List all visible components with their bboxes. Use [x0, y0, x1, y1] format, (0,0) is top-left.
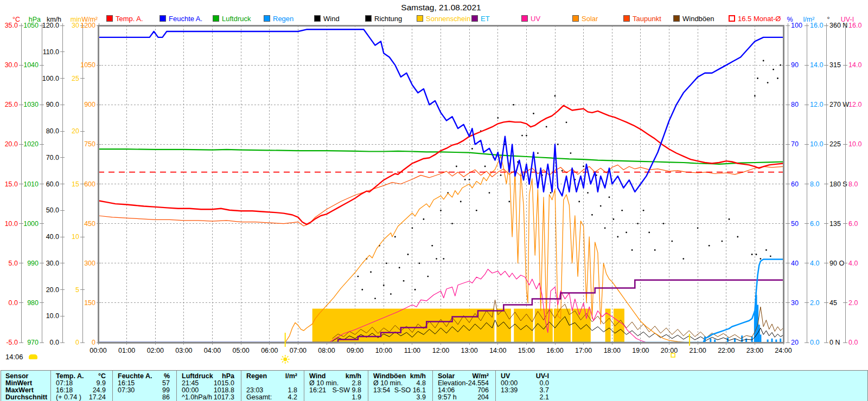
- svg-text:09:00: 09:00: [347, 347, 363, 354]
- sunrise-sun-icon: [283, 358, 287, 361]
- svg-text:12.0: 12.0: [810, 101, 823, 108]
- svg-text:40: 40: [791, 260, 799, 267]
- svg-text:70.0: 70.0: [46, 154, 59, 161]
- svg-text:11:00: 11:00: [404, 347, 420, 354]
- table-cell: 3.7: [484, 386, 549, 394]
- svg-text:14:00: 14:00: [489, 347, 506, 354]
- svg-text:50: 50: [791, 220, 799, 228]
- svg-text:60.0: 60.0: [46, 180, 59, 188]
- svg-text:°: °: [827, 16, 830, 23]
- svg-text:20.0: 20.0: [46, 286, 59, 294]
- table-cell: 4.2: [232, 393, 297, 401]
- svg-text:04:00: 04:00: [204, 347, 221, 354]
- svg-text:80: 80: [791, 101, 799, 108]
- svg-text:600: 600: [84, 180, 95, 188]
- svg-text:225: 225: [829, 140, 841, 148]
- svg-text:30: 30: [791, 299, 799, 307]
- axis-l-m: 16.014.012.010.08.06.04.02.00.0l/m²: [803, 16, 824, 346]
- svg-text:%: %: [787, 16, 793, 23]
- svg-text:4.0: 4.0: [848, 260, 858, 267]
- svg-text:1010: 1010: [23, 180, 39, 188]
- solar-max-time: 14:06: [5, 353, 23, 361]
- svg-text:2.0: 2.0: [810, 299, 819, 307]
- sunshine-block: [312, 309, 495, 342]
- svg-text:km/h: km/h: [47, 16, 61, 23]
- svg-text:315: 315: [829, 61, 841, 69]
- table-cell: 1.9: [296, 393, 361, 401]
- svg-text:80.0: 80.0: [46, 127, 59, 135]
- svg-text:0.0: 0.0: [9, 299, 18, 307]
- table-cell: 1017.3: [169, 393, 234, 401]
- svg-text:10.0: 10.0: [46, 312, 59, 320]
- svg-text:°C: °C: [12, 16, 20, 23]
- svg-text:990: 990: [27, 260, 39, 267]
- series-rain-bars: [760, 334, 761, 342]
- svg-text:24:00: 24:00: [775, 347, 792, 354]
- table-cell: l/m²: [254, 372, 297, 380]
- solar-max-time-note: 14:06: [5, 353, 37, 361]
- sun-cloud-icon: [29, 354, 37, 359]
- table-cell: 706: [424, 386, 489, 394]
- svg-text:110.0: 110.0: [43, 48, 59, 56]
- svg-text:2.0: 2.0: [848, 299, 858, 307]
- svg-text:08:00: 08:00: [318, 347, 335, 354]
- svg-text:90 O: 90 O: [829, 260, 844, 267]
- axis-time: 00:0001:0002:0003:0004:0005:0006:0007:00…: [90, 342, 792, 354]
- svg-text:15: 15: [72, 180, 79, 188]
- table-cell: 204: [424, 393, 489, 401]
- svg-text:05:00: 05:00: [232, 347, 249, 354]
- svg-text:4.0: 4.0: [810, 260, 819, 267]
- svg-text:90: 90: [791, 61, 799, 69]
- svg-text:l/m²: l/m²: [803, 16, 815, 23]
- svg-text:1050: 1050: [80, 61, 95, 69]
- svg-text:50.0: 50.0: [46, 206, 59, 214]
- svg-text:13:00: 13:00: [461, 347, 477, 354]
- svg-text:06:00: 06:00: [261, 347, 278, 354]
- axis-km-h: 120.0110.0100.090.080.070.060.050.040.03…: [42, 16, 65, 346]
- table-cell: 9.9: [41, 379, 106, 387]
- svg-text:hPa: hPa: [29, 16, 41, 23]
- svg-text:10:00: 10:00: [375, 347, 392, 354]
- table-cell: 1015.0: [169, 379, 234, 387]
- svg-text:10.0: 10.0: [5, 220, 18, 228]
- svg-text:UV-I: UV-I: [841, 16, 854, 23]
- svg-text:40.0: 40.0: [46, 233, 59, 241]
- table-cell: 24.9: [41, 386, 106, 394]
- table-cell: 57: [105, 379, 170, 387]
- table-cell: km/h: [382, 372, 426, 380]
- svg-text:W/m²: W/m²: [81, 16, 98, 23]
- svg-text:0 N: 0 N: [829, 339, 840, 346]
- table-cell: 17.24: [41, 393, 106, 401]
- svg-text:5.0: 5.0: [9, 260, 18, 267]
- svg-text:14.0: 14.0: [848, 61, 861, 69]
- svg-text:8.0: 8.0: [848, 180, 858, 188]
- svg-text:1030: 1030: [23, 101, 39, 108]
- svg-text:14.0: 14.0: [810, 61, 823, 69]
- svg-text:1040: 1040: [23, 61, 39, 69]
- series-rain-bars: [741, 335, 743, 342]
- svg-text:16:00: 16:00: [546, 347, 563, 354]
- svg-text:25.0: 25.0: [5, 101, 18, 108]
- svg-text:10.0: 10.0: [848, 140, 861, 148]
- table-cell: 0.0: [484, 379, 549, 387]
- svg-text:300: 300: [84, 260, 95, 267]
- svg-text:00:00: 00:00: [90, 347, 106, 354]
- table-cell: UV-I: [506, 372, 549, 380]
- table-cell: 2.8: [296, 379, 361, 387]
- svg-text:07:00: 07:00: [290, 347, 307, 354]
- table-cell: S-SW 9.8: [296, 386, 361, 394]
- svg-text:0.0: 0.0: [848, 339, 858, 346]
- svg-text:17:00: 17:00: [575, 347, 592, 354]
- svg-text:-5.0: -5.0: [6, 339, 18, 346]
- svg-text:90.0: 90.0: [46, 101, 59, 108]
- svg-text:19:00: 19:00: [632, 347, 649, 354]
- svg-text:980: 980: [27, 299, 39, 307]
- svg-text:135: 135: [829, 220, 841, 228]
- svg-text:22:00: 22:00: [718, 347, 735, 354]
- table-cell: 3.9: [361, 393, 426, 401]
- table-cell: S-SO 16.1: [361, 386, 426, 394]
- axis-c: 35.030.025.020.015.010.05.00.0-5.0°C: [5, 16, 23, 346]
- table-cell: 86: [105, 393, 170, 401]
- svg-text:15:00: 15:00: [518, 347, 535, 354]
- table-cell: 99: [105, 386, 170, 394]
